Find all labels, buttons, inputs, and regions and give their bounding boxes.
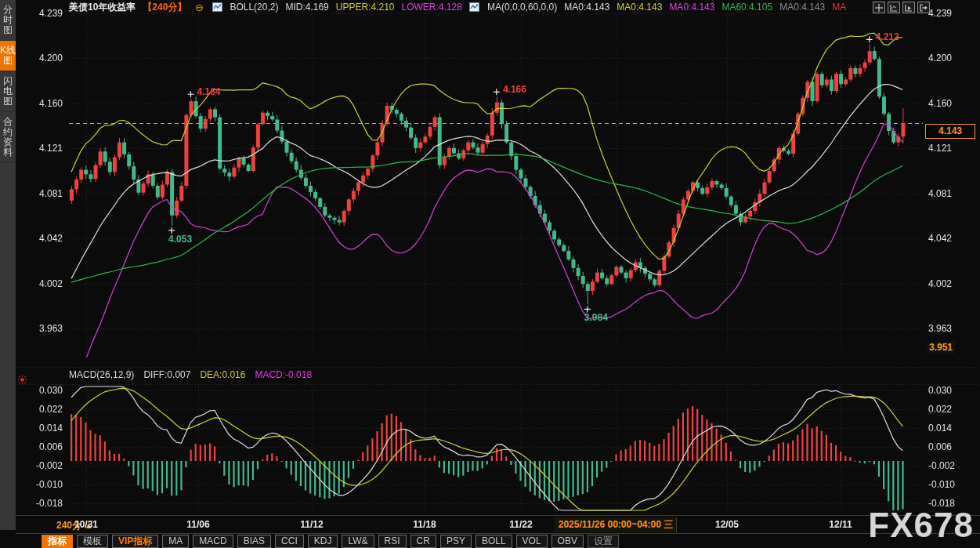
date-tick: 11/22 <box>509 519 532 530</box>
sidebar-item-2[interactable]: 闪电图 <box>0 71 16 112</box>
fx678-watermark: FX678 <box>868 506 974 545</box>
chart-type-sidebar: 分时图K线图闪电图合约资料 <box>0 0 16 530</box>
boll-lower-value: LOWER:4.128 <box>402 2 462 13</box>
session-low-tag: 3.951 <box>927 342 955 354</box>
symbol-name: 美债10年收益率 <box>69 1 136 14</box>
period-tag: 【240分】 <box>143 1 186 14</box>
toolbar-button-VOL[interactable]: VOL <box>516 535 548 548</box>
axis-range-icon[interactable] <box>888 2 900 13</box>
toolbar-button-PSY[interactable]: PSY <box>440 535 472 548</box>
macd-tick-right: -0.010 <box>928 479 955 490</box>
price-tick-right: 4.121 <box>928 143 952 154</box>
indicator-toolbar: 指标模板VIP指标MAMACDBIASCCIKDJLW&RSICRPSYBOLL… <box>42 535 619 548</box>
price-tick-left: 4.081 <box>17 188 63 199</box>
export-icon[interactable] <box>917 2 930 13</box>
toolbar-button-VIP[interactable]: VIP指标 <box>112 535 158 548</box>
price-tick-left: 4.160 <box>17 98 63 109</box>
date-tick: 11/18 <box>413 519 436 530</box>
pan-tool-icon[interactable] <box>873 2 885 13</box>
macd-tick-right: -0.002 <box>928 460 955 471</box>
macd-tick-left: -0.002 <box>17 460 63 471</box>
macd-tick-left: -0.010 <box>17 479 63 490</box>
price-tick-right: 4.160 <box>928 98 952 109</box>
date-tick: 11/06 <box>186 519 209 530</box>
sidebar-item-3[interactable]: 合约资料 <box>0 112 16 163</box>
toolbar-button-CR[interactable]: CR <box>410 535 436 548</box>
macd-tick-left: 0.006 <box>17 441 63 452</box>
live-indicator-icon <box>17 374 27 388</box>
price-tick-right: 4.239 <box>928 8 952 19</box>
date-tick: 11/12 <box>300 519 323 530</box>
price-tick-left: 3.963 <box>17 323 63 334</box>
macd-dea-value: DEA:0.016 <box>200 369 245 380</box>
hovered-session-label: 2025/11/26 00:00~04:00 三 <box>555 517 677 532</box>
macd-tick-right: 0.014 <box>928 423 952 434</box>
price-tick-right: 4.002 <box>928 278 952 289</box>
boll-label: BOLL(20,2) <box>230 2 278 13</box>
date-tick: 10/31 <box>74 519 98 530</box>
macd-tick-left: -0.018 <box>17 498 63 509</box>
toolbar-button-0[interactable]: 指标 <box>42 535 73 548</box>
window-tool-icons <box>873 2 930 13</box>
price-annotation-high: 4.164 <box>197 86 221 97</box>
price-tick-left: 4.002 <box>17 278 63 289</box>
price-tick-right: 4.081 <box>928 188 952 199</box>
toolbar-button-KDJ[interactable]: KDJ <box>308 535 338 548</box>
sidebar-item-0[interactable]: 分时图 <box>0 0 16 41</box>
macd-tick-right: 0.006 <box>928 441 952 452</box>
macd-diff-value: DIFF:0.007 <box>143 369 190 380</box>
boll-mid-value: MID:4.169 <box>285 2 328 13</box>
ma-red-label: MA <box>832 2 846 13</box>
macd-tick-right: 0.022 <box>928 404 952 415</box>
price-tick-right: 4.200 <box>928 53 952 64</box>
toolbar-button-MACD[interactable]: MACD <box>193 535 233 548</box>
macd-tick-left: 0.014 <box>17 423 63 434</box>
price-annotation-low: 4.053 <box>168 234 192 245</box>
macd-tick-right: 0.030 <box>928 385 952 396</box>
ma-indicator-icon[interactable] <box>469 2 480 13</box>
toolbar-button-MA[interactable]: MA <box>162 535 189 548</box>
ma60-value: MA60:4.105 <box>721 2 772 13</box>
date-tick: 12/11 <box>829 519 852 530</box>
axis-separator-line <box>16 515 980 516</box>
price-annotation-low: 3.984 <box>584 312 608 323</box>
candlestick-chart-canvas[interactable] <box>0 0 980 548</box>
toolbar-button-15[interactable]: 设置 <box>588 535 619 548</box>
sidebar-item-1[interactable]: K线图 <box>0 41 16 71</box>
ma0-magenta-value: MA0:4.143 <box>669 2 714 13</box>
ma0-yellow-value: MA0:4.143 <box>617 2 662 13</box>
macd-macd-value: MACD:-0.018 <box>255 369 312 380</box>
toolbar-button-LW[interactable]: LW& <box>342 535 374 548</box>
boll-upper-value: UPPER:4.210 <box>336 2 395 13</box>
price-tick-left: 4.239 <box>17 8 63 19</box>
indicator-header: 美债10年收益率【240分】⊖BOLL(20,2)MID:4.169UPPER:… <box>69 1 846 13</box>
date-tick: 12/05 <box>715 519 739 530</box>
last-price-tag: 4.143 <box>925 124 975 139</box>
toolbar-button-RSI[interactable]: RSI <box>378 535 407 548</box>
price-tick-left: 4.121 <box>17 143 63 154</box>
macd-tick-left: 0.022 <box>17 404 63 415</box>
toolbar-button-BOLL[interactable]: BOLL <box>476 535 512 548</box>
price-annotation-high: 4.166 <box>503 84 526 95</box>
toolbar-separator-line <box>16 533 980 534</box>
price-tick-right: 4.042 <box>928 233 952 244</box>
toolbar-button-OBV[interactable]: OBV <box>551 535 584 548</box>
price-tick-left: 4.042 <box>17 233 63 244</box>
toolbar-button-1[interactable]: 模板 <box>77 535 108 548</box>
price-tick-right: 3.963 <box>928 323 952 334</box>
price-tick-left: 4.200 <box>17 53 63 64</box>
trading-terminal-window: 分时图K线图闪电图合约资料 美债10年收益率【240分】⊖BOLL(20,2)M… <box>0 0 980 548</box>
time-axis: 240分 ▲ 10/3111/0611/1211/1811/2212/0512/… <box>0 517 980 533</box>
ma-params: MA(0,0,0,60,0,0) <box>487 2 557 13</box>
boll-indicator-icon[interactable] <box>212 2 222 13</box>
ma0-gray-value: MA0:4.143 <box>779 2 825 13</box>
toolbar-button-CCI[interactable]: CCI <box>275 535 304 548</box>
macd-title: MACD(26,12,9) <box>69 369 134 380</box>
macd-indicator-header: MACD(26,12,9) DIFF:0.007 DEA:0.016 MACD:… <box>69 369 312 380</box>
toolbar-button-BIAS[interactable]: BIAS <box>237 535 271 548</box>
price-annotation-high: 4.212 <box>876 31 899 42</box>
play-forward-icon[interactable] <box>902 2 915 13</box>
minus-circle-icon[interactable]: ⊖ <box>193 2 204 13</box>
ma0-white-value: MA0:4.143 <box>564 2 609 13</box>
